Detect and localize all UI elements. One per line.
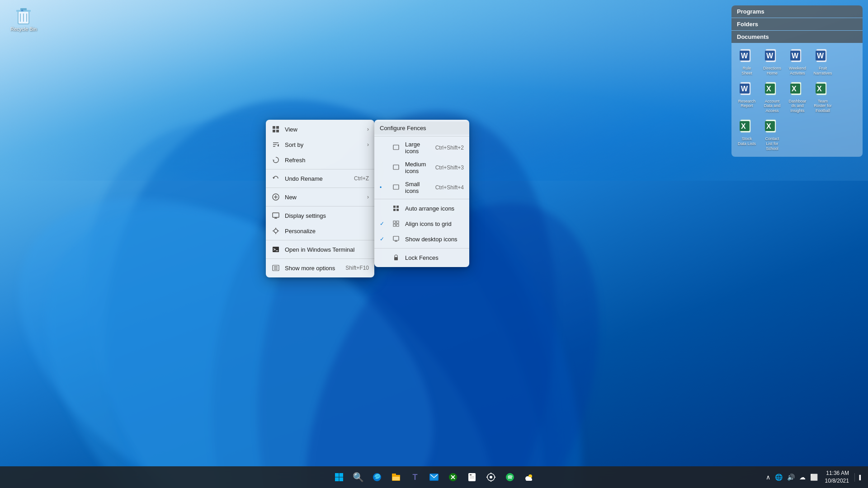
fence-header-programs[interactable]: Programs [731,5,863,18]
svg-text:X: X [817,85,822,93]
fence-header-folders[interactable]: Folders [731,18,863,30]
fence-item-icon-stock-data-lists: X [739,119,755,135]
submenu-label-large-icons: Large icons [405,141,431,155]
submenu-label-medium-icons: Medium icons [405,161,431,174]
submenu-check-align-grid: ✓ [380,221,387,227]
ctx-item-new[interactable]: New› [266,189,374,205]
svg-rect-87 [392,477,400,480]
ctx-item-shortcut-undo-rename: Ctrl+Z [354,175,369,182]
ctx-item-icon-display-settings [271,211,280,220]
taskbar-icon-settings[interactable] [483,469,499,485]
ctx-item-sort-by[interactable]: Sort by› [266,137,374,152]
ctx-divider-divider1 [266,169,374,169]
submenu-item-show-desktop-icons[interactable]: ✓Show desktop icons [374,231,469,247]
submenu-item-large-icons[interactable]: Large iconsCtrl+Shift+2 [374,138,469,158]
ctx-item-label-refresh: Refresh [285,157,369,164]
svg-text:W: W [792,52,799,60]
chevron-up-icon[interactable]: ∧ [764,472,772,483]
fence-item-contact-list-school[interactable]: X Contact List for School [760,117,784,153]
svg-rect-10 [20,8,27,10]
svg-rect-81 [340,473,344,477]
submenu-label-align-grid: Align icons to grid [405,221,464,227]
ctx-item-label-display-settings: Display settings [285,212,369,219]
taskbar-icon-teams[interactable]: T [407,469,423,485]
submenu-item-medium-icons[interactable]: Medium iconsCtrl+Shift+3 [374,158,469,178]
fence-item-research-report[interactable]: W Research Report [735,80,759,115]
fence-item-icon-weekend-activites: W [789,48,806,65]
fence-item-dashboards-insights[interactable]: X Dashboards and Insights [786,80,809,115]
clock-time: 11:36 AM [825,469,849,477]
submenu-icon-align-grid [392,219,401,228]
fence-item-team-roster-football[interactable]: X Team Roster for Football [811,80,835,115]
fence-item-directions-home[interactable]: W Directions Home [760,47,784,78]
recycle-bin-icon[interactable]: Recycle Bin [9,5,38,32]
ctx-item-display-settings[interactable]: Display settings [266,208,374,223]
show-desktop-button[interactable]: ▐ [854,473,863,482]
fence-item-label-dashboards-insights: Dashboards and Insights [788,99,807,113]
ctx-item-label-undo-rename: Undo Rename [285,175,349,182]
svg-rect-80 [335,473,339,477]
clock-date: 10/8/2021 [825,477,849,485]
fence-item-weekend-activites[interactable]: W Weekend Activites [786,47,809,78]
svg-rect-91 [468,473,476,481]
svg-rect-46 [273,130,275,132]
submenu-item-auto-arrange[interactable]: Auto arrange icons [374,201,469,216]
taskbar-icon-xbox[interactable] [445,469,461,485]
submenu-item-small-icons[interactable]: •Small iconsCtrl+Shift+4 [374,178,469,197]
ctx-item-icon-undo-rename [271,174,280,183]
submenu-shortcut-small-icons: Ctrl+Shift+4 [435,184,464,191]
svg-rect-69 [396,206,399,208]
taskbar-icon-notion[interactable] [464,469,480,485]
taskbar-right: ∧ 🌐 🔊 ☁ ⬜ 11:36 AM 10/8/2021 ▐ [764,469,868,485]
svg-rect-76 [393,236,399,240]
ctx-item-refresh[interactable]: Refresh [266,152,374,168]
ctx-divider-divider2 [266,188,374,188]
ctx-divider-divider5 [266,258,374,259]
taskbar-icon-explorer[interactable] [388,469,404,485]
fence-item-label-weekend-activites: Weekend Activites [788,66,807,76]
taskbar-icon-start[interactable] [331,469,347,485]
submenu-item-align-grid[interactable]: ✓Align icons to grid [374,216,469,231]
submenu-item-lock-fences[interactable]: Lock Fences [374,250,469,265]
fence-header-documents[interactable]: Documents [731,31,863,43]
taskbar-icon-weather[interactable] [521,469,537,485]
svg-rect-65 [393,145,399,150]
ctx-item-icon-refresh [271,155,280,164]
fence-item-rule-sheet[interactable]: W Rule Sheet [735,47,759,78]
fence-item-account-data[interactable]: X Account Data and Access [760,80,784,115]
battery-icon[interactable]: ⬜ [808,472,820,483]
svg-point-93 [490,476,492,479]
submenu-header-label: Configure Fences [380,125,426,131]
fence-section-programs: Programs [731,5,863,18]
svg-rect-79 [394,257,398,260]
submenu-label-lock-fences: Lock Fences [405,254,464,261]
ctx-item-view[interactable]: View› [266,122,374,137]
recycle-bin-image [13,5,34,26]
taskbar-icon-search[interactable]: 🔍 [350,469,366,485]
cloud-icon[interactable]: ☁ [797,472,807,483]
svg-rect-72 [393,221,396,223]
svg-rect-75 [396,224,399,226]
fence-item-stock-data-lists[interactable]: X Stock Data Lists [735,117,759,153]
submenu-icon-medium-icons [392,163,401,172]
svg-rect-55 [273,213,279,217]
fence-item-fruit-narratives[interactable]: W Fruit Narratives [811,47,835,78]
svg-text:X: X [792,85,797,93]
taskbar-icon-spotify[interactable] [502,469,518,485]
taskbar-icon-edge[interactable] [369,469,385,485]
volume-icon[interactable]: 🔊 [785,472,797,483]
submenu-divider-divider2 [374,248,469,249]
ctx-item-undo-rename[interactable]: Undo RenameCtrl+Z [266,171,374,186]
ctx-item-personalize[interactable]: Personalize [266,223,374,239]
documents-content: W Rule Sheet W Directions Home W Weekend… [731,43,863,156]
system-tray-icons: ∧ 🌐 🔊 ☁ ⬜ [764,472,820,483]
clock[interactable]: 11:36 AM 10/8/2021 [821,469,853,485]
svg-rect-86 [392,474,396,475]
ctx-item-show-more[interactable]: Show more optionsShift+F10 [266,260,374,276]
ctx-item-open-terminal[interactable]: Open in Windows Terminal [266,242,374,257]
network-icon[interactable]: 🌐 [773,472,784,483]
svg-rect-82 [335,478,339,482]
taskbar-icon-outlook[interactable] [426,469,442,485]
ctx-item-label-show-more: Show more options [285,265,341,272]
svg-rect-102 [526,479,532,481]
